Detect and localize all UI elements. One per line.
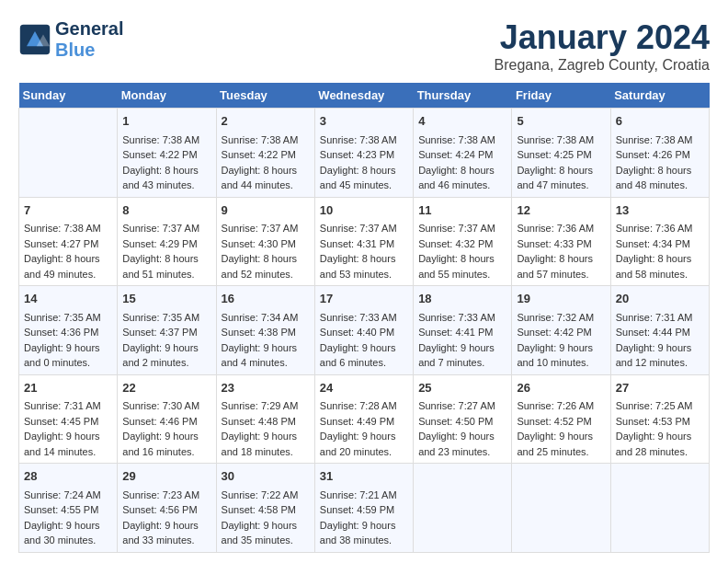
sunrise-text: Sunrise: 7:38 AM xyxy=(222,132,310,148)
calendar-cell-w3-d5: 18Sunrise: 7:33 AMSunset: 4:41 PMDayligh… xyxy=(414,286,512,375)
sunrise-text: Sunrise: 7:37 AM xyxy=(122,221,210,236)
daylight-text: Daylight: 9 hours and 38 minutes. xyxy=(320,518,408,548)
daylight-text: Daylight: 9 hours and 23 minutes. xyxy=(418,429,506,459)
sunset-text: Sunset: 4:58 PM xyxy=(222,502,310,518)
calendar-cell-w1-d2: 1Sunrise: 7:38 AMSunset: 4:22 PMDaylight… xyxy=(118,109,216,198)
day-number: 15 xyxy=(122,290,210,308)
calendar-cell-w4-d2: 22Sunrise: 7:30 AMSunset: 4:46 PMDayligh… xyxy=(118,374,216,464)
title-section: January 2024 Bregana, Zagreb County, Cro… xyxy=(495,18,711,74)
calendar-cell-w3-d7: 20Sunrise: 7:31 AMSunset: 4:44 PMDayligh… xyxy=(610,286,709,375)
daylight-text: Daylight: 9 hours and 28 minutes. xyxy=(616,429,704,459)
daylight-text: Daylight: 8 hours and 47 minutes. xyxy=(517,163,605,193)
week-row-2: 7Sunrise: 7:38 AMSunset: 4:27 PMDaylight… xyxy=(19,197,710,286)
day-number: 4 xyxy=(418,112,506,131)
header-sunday: Sunday xyxy=(19,83,118,109)
calendar-cell-w2-d3: 9Sunrise: 7:37 AMSunset: 4:30 PMDaylight… xyxy=(216,197,314,286)
sunrise-text: Sunrise: 7:36 AM xyxy=(517,221,605,236)
sunset-text: Sunset: 4:59 PM xyxy=(320,502,408,518)
calendar-cell-w2-d1: 7Sunrise: 7:38 AMSunset: 4:27 PMDaylight… xyxy=(19,197,118,286)
sunset-text: Sunset: 4:50 PM xyxy=(418,414,506,430)
calendar-cell-w4-d6: 26Sunrise: 7:26 AMSunset: 4:52 PMDayligh… xyxy=(512,374,610,464)
logo-text-line2: Blue xyxy=(55,40,123,61)
page-header: General Blue January 2024 Bregana, Zagre… xyxy=(18,18,710,74)
sunrise-text: Sunrise: 7:38 AM xyxy=(122,132,210,148)
sunset-text: Sunset: 4:53 PM xyxy=(616,414,704,430)
sunrise-text: Sunrise: 7:38 AM xyxy=(616,132,704,148)
calendar-cell-w4-d3: 23Sunrise: 7:29 AMSunset: 4:48 PMDayligh… xyxy=(216,374,314,464)
sunrise-text: Sunrise: 7:28 AM xyxy=(320,398,408,414)
sunrise-text: Sunrise: 7:34 AM xyxy=(222,310,310,326)
calendar-cell-w5-d5 xyxy=(414,464,512,553)
calendar-cell-w5-d2: 29Sunrise: 7:23 AMSunset: 4:56 PMDayligh… xyxy=(118,464,216,553)
sunset-text: Sunset: 4:34 PM xyxy=(616,236,704,252)
calendar-cell-w1-d3: 2Sunrise: 7:38 AMSunset: 4:22 PMDaylight… xyxy=(216,109,314,198)
sunrise-text: Sunrise: 7:38 AM xyxy=(418,132,506,148)
day-number: 19 xyxy=(517,290,605,308)
daylight-text: Daylight: 8 hours and 49 minutes. xyxy=(24,251,112,282)
sunrise-text: Sunrise: 7:25 AM xyxy=(616,398,704,414)
day-number: 30 xyxy=(222,467,310,486)
sunrise-text: Sunrise: 7:30 AM xyxy=(122,398,210,414)
daylight-text: Daylight: 9 hours and 20 minutes. xyxy=(320,429,408,459)
sunset-text: Sunset: 4:25 PM xyxy=(517,147,605,163)
header-tuesday: Tuesday xyxy=(216,83,314,109)
calendar-cell-w5-d6 xyxy=(512,464,610,553)
day-number: 27 xyxy=(616,379,704,397)
day-number: 17 xyxy=(320,290,408,308)
logo-text-line1: General xyxy=(55,18,123,40)
day-number: 20 xyxy=(616,290,704,308)
daylight-text: Daylight: 9 hours and 6 minutes. xyxy=(320,340,408,371)
sunrise-text: Sunrise: 7:24 AM xyxy=(24,488,112,503)
calendar-cell-w2-d4: 10Sunrise: 7:37 AMSunset: 4:31 PMDayligh… xyxy=(314,197,413,286)
day-number: 16 xyxy=(222,290,310,308)
day-number: 6 xyxy=(616,112,704,131)
calendar-cell-w4-d7: 27Sunrise: 7:25 AMSunset: 4:53 PMDayligh… xyxy=(610,374,709,464)
calendar-cell-w2-d7: 13Sunrise: 7:36 AMSunset: 4:34 PMDayligh… xyxy=(610,197,709,286)
sunset-text: Sunset: 4:44 PM xyxy=(616,325,704,340)
calendar-cell-w3-d6: 19Sunrise: 7:32 AMSunset: 4:42 PMDayligh… xyxy=(512,286,610,375)
sunset-text: Sunset: 4:37 PM xyxy=(122,325,210,340)
sunset-text: Sunset: 4:26 PM xyxy=(616,147,704,163)
header-saturday: Saturday xyxy=(610,83,709,109)
sunrise-text: Sunrise: 7:31 AM xyxy=(24,398,112,414)
logo: General Blue xyxy=(18,18,123,61)
sunrise-text: Sunrise: 7:35 AM xyxy=(24,310,112,326)
day-number: 21 xyxy=(24,379,112,397)
daylight-text: Daylight: 8 hours and 43 minutes. xyxy=(122,163,210,193)
sunset-text: Sunset: 4:36 PM xyxy=(24,325,112,340)
sunrise-text: Sunrise: 7:32 AM xyxy=(517,310,605,326)
sunset-text: Sunset: 4:49 PM xyxy=(320,414,408,430)
sunset-text: Sunset: 4:23 PM xyxy=(320,147,408,163)
logo-icon xyxy=(18,23,51,56)
day-number: 13 xyxy=(616,201,704,220)
day-number: 22 xyxy=(122,379,210,397)
daylight-text: Daylight: 8 hours and 44 minutes. xyxy=(222,163,310,193)
day-number: 29 xyxy=(122,467,210,486)
week-row-5: 28Sunrise: 7:24 AMSunset: 4:55 PMDayligh… xyxy=(19,464,710,553)
sunrise-text: Sunrise: 7:36 AM xyxy=(616,221,704,236)
day-number: 3 xyxy=(320,112,408,131)
sunrise-text: Sunrise: 7:21 AM xyxy=(320,488,408,503)
calendar-cell-w1-d1 xyxy=(19,109,118,198)
sunrise-text: Sunrise: 7:38 AM xyxy=(24,221,112,236)
month-title: January 2024 xyxy=(495,18,711,57)
header-friday: Friday xyxy=(512,83,610,109)
day-number: 9 xyxy=(222,201,310,220)
day-number: 7 xyxy=(24,201,112,220)
header-row: Sunday Monday Tuesday Wednesday Thursday… xyxy=(19,83,710,109)
sunrise-text: Sunrise: 7:37 AM xyxy=(222,221,310,236)
week-row-4: 21Sunrise: 7:31 AMSunset: 4:45 PMDayligh… xyxy=(19,374,710,464)
sunset-text: Sunset: 4:29 PM xyxy=(122,236,210,252)
calendar-cell-w2-d5: 11Sunrise: 7:37 AMSunset: 4:32 PMDayligh… xyxy=(414,197,512,286)
day-number: 28 xyxy=(24,467,112,486)
day-number: 24 xyxy=(320,379,408,397)
week-row-3: 14Sunrise: 7:35 AMSunset: 4:36 PMDayligh… xyxy=(19,286,710,375)
sunset-text: Sunset: 4:40 PM xyxy=(320,325,408,340)
daylight-text: Daylight: 9 hours and 33 minutes. xyxy=(122,518,210,548)
sunrise-text: Sunrise: 7:31 AM xyxy=(616,310,704,326)
daylight-text: Daylight: 9 hours and 14 minutes. xyxy=(24,429,112,459)
header-thursday: Thursday xyxy=(414,83,512,109)
day-number: 2 xyxy=(222,112,310,131)
daylight-text: Daylight: 8 hours and 46 minutes. xyxy=(418,163,506,193)
sunset-text: Sunset: 4:56 PM xyxy=(122,502,210,518)
